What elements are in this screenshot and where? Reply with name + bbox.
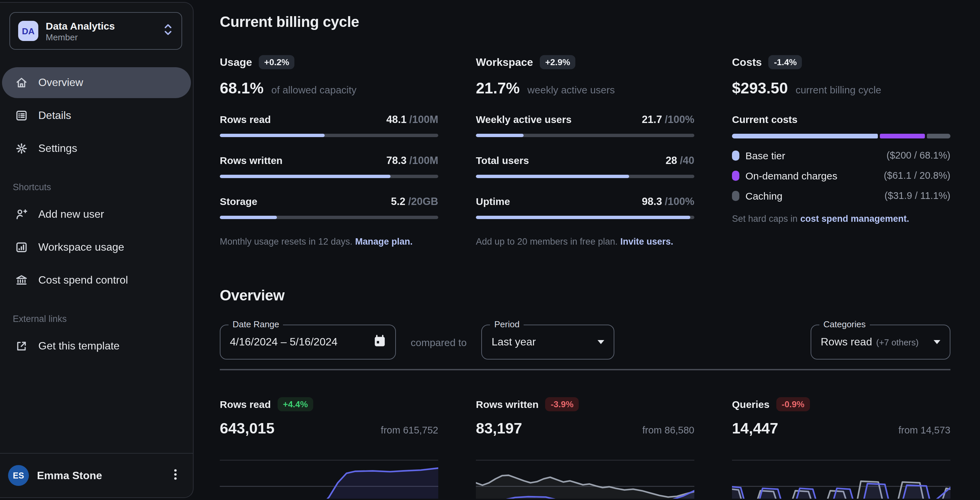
cost-spend-management-link[interactable]: cost spend management. (800, 213, 909, 224)
stat-rows-read: Rows read 48.1 /100M (220, 114, 438, 137)
sidebar-section-shortcuts: Shortcuts (13, 182, 193, 192)
metric-queries: Queries -0.9% 14,447 from 14,573 (732, 397, 950, 498)
workspace-name: Data Analytics (46, 20, 115, 31)
overview-title: Overview (220, 287, 950, 305)
usage-big-caption: of allowed capacity (271, 84, 356, 95)
categories-extra: (+7 others) (876, 337, 918, 347)
metric-change-badge: -0.9% (776, 397, 810, 411)
date-range-input[interactable]: Date Range 4/16/2024 – 5/16/2024 (220, 325, 396, 360)
sidebar-item-cost-spend-control[interactable]: Cost spend control (2, 265, 191, 296)
external-link-icon (15, 340, 28, 353)
metric-rows-read: Rows read +4.4% 643,015 from 615,752 (220, 397, 438, 498)
usage-label: Usage (220, 56, 252, 68)
legend-swatch (732, 150, 739, 160)
usage-change-badge: +0.2% (259, 55, 294, 69)
page-title: Current billing cycle (220, 13, 950, 31)
progress-bar (476, 134, 694, 137)
metric-rows-written: Rows written -3.9% 83,197 from 86,580 (476, 397, 694, 498)
categories-value: Rows read (821, 336, 872, 348)
rows-written-chart (476, 459, 694, 498)
bank-icon (15, 273, 28, 287)
divider (220, 369, 950, 370)
sidebar-nav: Overview Details (0, 67, 193, 166)
user-menu-button[interactable] (167, 465, 183, 486)
app: DA Data Analytics Member Overview (0, 0, 980, 500)
progress-bar (476, 216, 694, 219)
costs-big-caption: current billing cycle (795, 84, 881, 95)
current-costs-label: Current costs (732, 114, 950, 125)
sidebar: DA Data Analytics Member Overview (0, 2, 194, 498)
workspace-label: Workspace (476, 56, 533, 68)
metric-cards: Rows read +4.4% 643,015 from 615,752 Row… (220, 397, 950, 498)
stat-total-users: Total users 28 /40 (476, 155, 694, 178)
sidebar-section-external-links: External links (13, 314, 193, 324)
sidebar-item-settings[interactable]: Settings (2, 133, 191, 164)
categories-select[interactable]: Categories Rows read (+7 others) (811, 325, 950, 360)
workspace-switcher[interactable]: DA Data Analytics Member (10, 12, 182, 50)
costs-big-value: $293.50 (732, 79, 788, 97)
calendar-icon[interactable] (374, 334, 386, 350)
sidebar-item-label: Cost spend control (38, 274, 128, 286)
manage-plan-link[interactable]: Manage plan. (355, 237, 413, 247)
costs-note: Set hard caps incost spend management. (732, 213, 950, 224)
usage-note: Monthly usage resets in 12 days.Manage p… (220, 237, 438, 247)
bar-chart-icon (15, 241, 28, 254)
stat-uptime: Uptime 98.3 /100% (476, 195, 694, 219)
costs-column: Costs -1.4% $293.50 current billing cycl… (732, 55, 950, 247)
sidebar-item-overview[interactable]: Overview (2, 67, 191, 98)
workspace-avatar: DA (18, 21, 38, 41)
cost-stacked-bar (732, 134, 950, 138)
period-select[interactable]: Period Last year (482, 325, 615, 360)
workspace-big-value: 21.7% (476, 79, 520, 97)
invite-users-link[interactable]: Invite users. (620, 237, 673, 247)
sidebar-item-label: Details (38, 110, 71, 122)
filter-bar: Date Range 4/16/2024 – 5/16/2024 compare… (220, 325, 950, 360)
sidebar-item-label: Settings (38, 143, 77, 155)
list-icon (15, 109, 28, 122)
progress-bar (476, 175, 694, 178)
costs-change-badge: -1.4% (768, 55, 802, 69)
legend-swatch (732, 170, 739, 181)
workspace-note: Add up to 20 members in free plan.Invite… (476, 237, 694, 247)
legend-on-demand-charges: On-demand charges ($61.1 / 20.8%) (732, 170, 950, 181)
costs-label: Costs (732, 56, 762, 68)
workspace-change-badge: +2.9% (540, 55, 575, 69)
dropdown-arrow-icon (934, 340, 940, 344)
usage-big-value: 68.1% (220, 79, 264, 97)
dropdown-arrow-icon (598, 340, 605, 344)
user-avatar: ES (8, 465, 29, 486)
main-content: Current billing cycle Usage +0.2% 68.1% … (194, 0, 980, 500)
progress-bar (220, 134, 438, 137)
legend-swatch (732, 190, 739, 201)
workspace-big-caption: weekly active users (527, 84, 615, 95)
legend-base-tier: Base tier ($200 / 68.1%) (732, 149, 950, 161)
progress-bar (220, 175, 438, 178)
billing-columns: Usage +0.2% 68.1% of allowed capacity Ro… (220, 55, 950, 247)
period-value: Last year (492, 336, 536, 348)
sidebar-item-label: Overview (38, 76, 83, 89)
sidebar-item-label: Add new user (38, 208, 104, 221)
gear-icon (15, 142, 28, 155)
workspace-role: Member (46, 32, 115, 42)
progress-bar (220, 216, 438, 219)
stat-weekly-active-users: Weekly active users 21.7 /100% (476, 114, 694, 137)
user-plus-icon (15, 208, 28, 221)
legend-caching: Caching ($31.9 / 11.1%) (732, 190, 950, 201)
workspace-column: Workspace +2.9% 21.7% weekly active user… (476, 55, 694, 247)
compared-to-label: compared to (411, 337, 467, 348)
home-icon (15, 76, 28, 89)
sidebar-item-workspace-usage[interactable]: Workspace usage (2, 232, 191, 263)
sidebar-item-details[interactable]: Details (2, 100, 191, 131)
sidebar-item-label: Get this template (38, 340, 119, 352)
queries-chart (732, 459, 950, 498)
date-range-value: 4/16/2024 – 5/16/2024 (230, 336, 337, 348)
chevron-up-down-icon (163, 22, 173, 40)
sidebar-item-get-this-template[interactable]: Get this template (2, 331, 191, 362)
usage-column: Usage +0.2% 68.1% of allowed capacity Ro… (220, 55, 438, 247)
rows-read-chart (220, 459, 438, 498)
user-name: Emma Stone (37, 470, 102, 481)
metric-change-badge: +4.4% (278, 397, 313, 411)
sidebar-item-add-new-user[interactable]: Add new user (2, 199, 191, 230)
stat-rows-written: Rows written 78.3 /100M (220, 155, 438, 178)
sidebar-user-footer: ES Emma Stone (0, 453, 193, 497)
